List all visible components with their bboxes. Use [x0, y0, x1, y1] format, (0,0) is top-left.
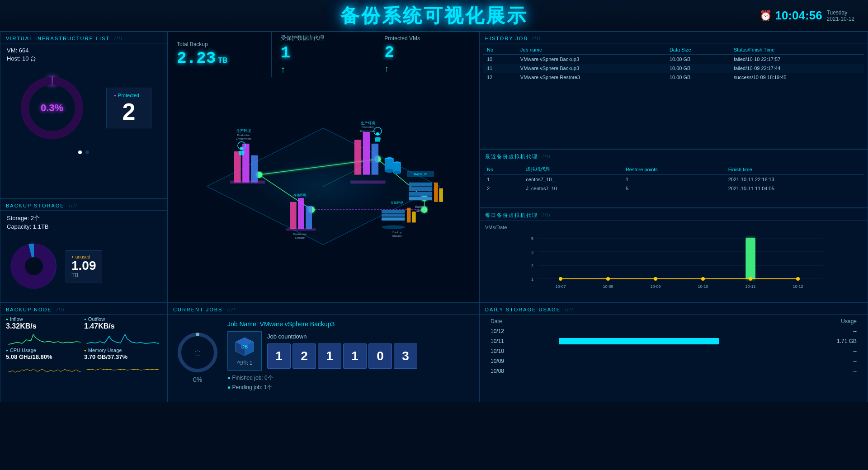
- agent-label: 代理: 1: [237, 360, 252, 367]
- job-name: Job Name: VMware vSphere Backup3: [227, 320, 472, 328]
- right-column: HISTORY JOB No. Job name Data Size Statu…: [479, 32, 868, 303]
- svg-text:Production: Production: [362, 126, 375, 128]
- job-info-area: Job Name: VMware vSphere Backup3: [227, 320, 472, 393]
- job-status-list: Finished job: 0个 Pending job: 1个: [227, 374, 472, 391]
- vm-agent-table: No. 虚拟机代理 Restore points Finish time 1 c…: [483, 164, 864, 193]
- inflow-sparkline: [6, 331, 83, 347]
- agent-icon: DB: [233, 335, 256, 358]
- svg-text:10-11: 10-11: [745, 284, 755, 289]
- memory-metric: ● Memory Usage 3.70 GB/37.37%: [84, 348, 161, 376]
- unused-value: 1.09: [71, 259, 96, 272]
- virt-infra-title: VIRTUAL INFRASTRUCTURE LIST: [0, 32, 167, 43]
- svg-rect-53: [298, 198, 304, 229]
- ds-col-usage: Usage: [780, 316, 864, 326]
- countdown-title: Job countdown: [267, 333, 307, 340]
- svg-text:2: 2: [531, 263, 533, 268]
- svg-rect-19: [242, 144, 249, 183]
- svg-text:Backup: Backup: [392, 231, 402, 234]
- middle-panel: Total Backup 2.23 TB 受保护数据库代理 1 ↑ Protec…: [167, 32, 479, 303]
- svg-text:Environment: Environment: [236, 137, 251, 140]
- svg-text:1: 1: [531, 277, 533, 282]
- hj-col-size: Data Size: [666, 45, 730, 55]
- donut-area: 0.3% Protected 2: [0, 67, 167, 149]
- backup-node-title: BACKUP NODE: [0, 303, 167, 315]
- vma-col-name: 虚拟机代理: [522, 164, 622, 175]
- cpu-value: 5.08 GHz/18.80%: [6, 353, 83, 360]
- db-proxy-stat: 受保护数据库代理 1 ↑: [272, 32, 376, 77]
- progress-percent: 0%: [193, 376, 202, 383]
- outflow-sparkline: [84, 331, 161, 347]
- vm-agent-title: 最近备份虚拟机代理: [480, 150, 868, 162]
- current-jobs-content: ◌ 0% Job Name: VMware vSphere Backup3: [168, 315, 479, 399]
- svg-text:3: 3: [531, 250, 533, 254]
- history-job-panel: HISTORY JOB No. Job name Data Size Statu…: [479, 32, 868, 149]
- svg-point-4: [25, 257, 43, 275]
- storage-bar: [559, 338, 719, 344]
- hj-col-name: Job name: [517, 45, 666, 55]
- capacity: Capacity: 1.1TB: [7, 223, 160, 230]
- virtual-infrastructure-panel: VIRTUAL INFRASTRUCTURE LIST VM: 664 Host…: [0, 32, 167, 199]
- vma-col-no: No.: [483, 164, 522, 175]
- memory-sparkline: [84, 361, 161, 376]
- memory-label: ● Memory Usage: [84, 348, 161, 353]
- svg-rect-44: [409, 183, 432, 187]
- svg-text:生产环境: 生产环境: [236, 129, 251, 133]
- unused-badge: unused 1.09 TB: [66, 250, 102, 282]
- digit-4: 1: [343, 343, 367, 369]
- svg-rect-28: [363, 132, 370, 175]
- daily-storage-content: Date Usage 10/12 -- 10/11 1.71 GB 10/10 …: [480, 315, 868, 378]
- svg-text:10-07: 10-07: [555, 284, 566, 289]
- svg-rect-46: [409, 192, 432, 196]
- vm-agent-panel: 最近备份虚拟机代理 No. 虚拟机代理 Restore points Finis…: [479, 149, 868, 208]
- svg-rect-21: [230, 181, 265, 184]
- svg-text:10-09: 10-09: [650, 284, 660, 289]
- svg-rect-60: [382, 214, 405, 217]
- daily-storage-title: DAILY STORAGE USAGE: [480, 303, 868, 315]
- svg-rect-18: [234, 151, 241, 183]
- svg-text:10-08: 10-08: [603, 284, 613, 289]
- table-row: 10/11 1.71 GB: [483, 336, 864, 346]
- svg-point-83: [606, 277, 610, 281]
- outflow-dot: ●: [84, 317, 86, 321]
- backup-storage-title: BACKUP STORAGE: [0, 199, 167, 211]
- table-row: 10/08 --: [483, 366, 864, 376]
- table-row: 10 VMware vSphere Backup3 10.00 GB faile…: [483, 55, 864, 64]
- circle-progress: ◌: [175, 330, 220, 375]
- svg-rect-62: [407, 208, 411, 223]
- top-stats-bar: Total Backup 2.23 TB 受保护数据库代理 1 ↑ Protec…: [168, 32, 479, 77]
- left-column: VIRTUAL INFRASTRUCTURE LIST VM: 664 Host…: [0, 32, 167, 303]
- svg-text:生产环境: 生产环境: [361, 121, 375, 125]
- ds-col-date: Date: [483, 316, 552, 326]
- countdown-digits: 1 2 1 1 0 3: [267, 343, 417, 369]
- svg-rect-48: [434, 183, 438, 202]
- table-row: 1 centos7_10_ 1 2021-10-11 22:16:13: [483, 175, 864, 184]
- protected-vms-stat: Protected VMs 2 ↑: [375, 32, 479, 77]
- total-backup-value: 2.23 TB: [177, 49, 227, 68]
- table-row: 11 VMware vSphere Backup3 10.00 GB faile…: [483, 64, 864, 73]
- daily-vm-title: 每日备份虚拟机代理: [480, 208, 868, 221]
- date-display: Tuesday 2021-10-12: [827, 9, 854, 22]
- daily-chart-area: VMs/Date 5 3 2 1: [480, 221, 868, 299]
- cpu-sparkline: [6, 361, 83, 376]
- cpu-dot: ●: [6, 348, 8, 352]
- isometric-map: 生产环境 Production Environment: [168, 77, 479, 303]
- inflow-dot: ●: [6, 317, 8, 321]
- table-row: 10/09 --: [483, 356, 864, 366]
- digit-6: 3: [394, 343, 417, 369]
- pie-area: unused 1.09 TB: [0, 235, 167, 298]
- cpu-label: ● CPU Usage: [6, 348, 83, 353]
- daily-storage-table: Date Usage 10/12 -- 10/11 1.71 GB 10/10 …: [483, 316, 864, 376]
- protected-vms-value: 2: [384, 43, 394, 62]
- svg-point-82: [559, 277, 562, 281]
- svg-rect-45: [409, 187, 432, 191]
- svg-text:5: 5: [531, 236, 533, 241]
- svg-text:Backup: Backup: [415, 205, 426, 209]
- daily-storage-panel: DAILY STORAGE USAGE Date Usage 10/12 -- …: [479, 303, 868, 402]
- hj-col-status: Status/Finish Time: [730, 45, 864, 55]
- db-proxy-arrow: ↑: [281, 64, 285, 75]
- inflow-value: 3.32KB/s: [6, 322, 83, 330]
- db-proxy-value: 1: [281, 44, 291, 62]
- digit-1: 1: [267, 343, 291, 369]
- svg-rect-80: [746, 238, 755, 279]
- cpu-metric: ● CPU Usage 5.08 GHz/18.80%: [6, 348, 83, 376]
